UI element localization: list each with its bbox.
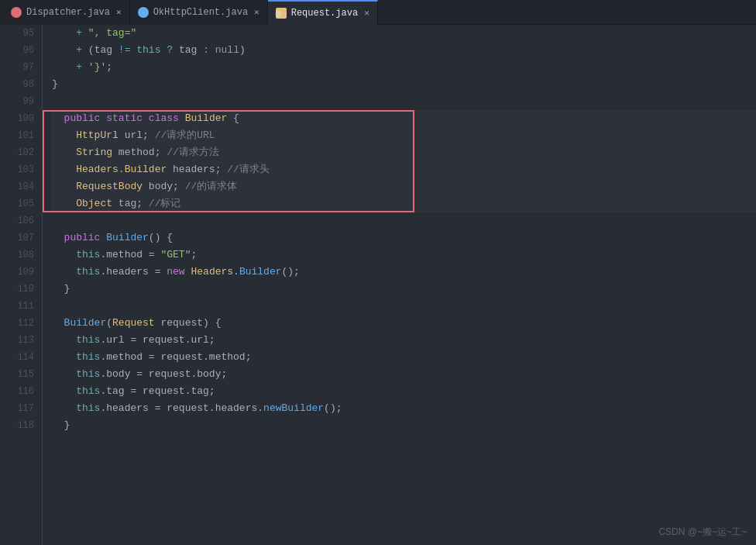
line-102: String method; //请求方法	[52, 144, 756, 161]
line-111	[52, 298, 756, 315]
ln-107: 107	[0, 229, 34, 247]
ln-104: 104	[0, 178, 34, 195]
tab-dispatcher-close[interactable]: ✕	[116, 7, 122, 17]
tab-dispatcher-label: Dispatcher.java	[26, 7, 110, 18]
ln-97: 97	[0, 59, 34, 76]
code-content: 95 96 97 98 99 100 101 102 103 104 105 1…	[0, 25, 756, 545]
dispatcher-icon	[11, 7, 22, 18]
okhttp-icon	[138, 7, 149, 18]
ln-100: 100	[0, 110, 34, 127]
tab-request[interactable]: ◎ Request.java ✕	[268, 0, 378, 25]
line-numbers: 95 96 97 98 99 100 101 102 103 104 105 1…	[0, 25, 43, 545]
tab-okhttp-label: OkHttpClient.java	[153, 7, 248, 18]
tab-request-close[interactable]: ✕	[364, 8, 369, 18]
line-100: public static class Builder {	[52, 110, 756, 127]
ln-95: 95	[0, 25, 34, 42]
tab-dispatcher[interactable]: Dispatcher.java ✕	[3, 0, 130, 25]
ln-115: 115	[0, 366, 34, 383]
line-101: HttpUrl url; //请求的URL	[52, 127, 756, 144]
tab-okhttp[interactable]: OkHttpClient.java ✕	[130, 0, 268, 25]
line-118: }	[52, 417, 756, 434]
ln-106: 106	[0, 212, 34, 229]
line-110: }	[52, 281, 756, 298]
ln-117: 117	[0, 400, 34, 417]
code-lines[interactable]: 💡 ▾ ▾ + ", tag=" + (tag != this ? tag : …	[43, 25, 756, 545]
tab-request-label: Request.java	[291, 8, 358, 19]
tab-bar: Dispatcher.java ✕ OkHttpClient.java ✕ ◎ …	[0, 0, 756, 25]
tab-okhttp-close[interactable]: ✕	[254, 7, 259, 17]
line-96: + (tag != this ? tag : null)	[52, 42, 756, 59]
line-103: Headers.Builder headers; //请求头	[52, 161, 756, 178]
ln-114: 114	[0, 349, 34, 366]
line-115: this.body = request.body;	[52, 366, 756, 383]
line-99	[52, 93, 756, 110]
ln-113: 113	[0, 332, 34, 349]
ln-111: 111	[0, 298, 34, 315]
ln-98: 98	[0, 76, 34, 93]
ln-116: 116	[0, 383, 34, 400]
line-108: this.method = "GET";	[52, 247, 756, 264]
line-116: this.tag = request.tag;	[52, 383, 756, 400]
line-109: this.headers = new Headers.Builder();	[52, 264, 756, 281]
line-98: }	[52, 76, 756, 93]
line-117: this.headers = request.headers.newBuilde…	[52, 400, 756, 417]
line-104: RequestBody body; //的请求体	[52, 178, 756, 195]
line-112: Builder(Request request) {	[52, 315, 756, 332]
ln-101: 101	[0, 127, 34, 144]
line-113: this.url = request.url;	[52, 332, 756, 349]
ln-105: 105	[0, 195, 34, 212]
ln-109: 109	[0, 264, 34, 281]
ln-110: 110	[0, 281, 34, 298]
line-97: + '}';	[52, 59, 756, 76]
line-114: this.method = request.method;	[52, 349, 756, 366]
watermark: CSDN @~搬~运~工~	[658, 526, 747, 539]
code-area: 95 96 97 98 99 100 101 102 103 104 105 1…	[0, 25, 756, 545]
ln-103: 103	[0, 161, 34, 178]
ln-118: 118	[0, 417, 34, 434]
ln-96: 96	[0, 42, 34, 59]
line-107: public Builder() {	[52, 229, 756, 247]
line-105: Object tag; //标记	[52, 195, 756, 212]
ln-102: 102	[0, 144, 34, 161]
ln-108: 108	[0, 247, 34, 264]
ln-112: 112	[0, 315, 34, 332]
request-icon: ◎	[276, 8, 287, 19]
line-106	[52, 212, 756, 229]
ln-99: 99	[0, 93, 34, 110]
line-95: + ", tag="	[52, 25, 756, 42]
